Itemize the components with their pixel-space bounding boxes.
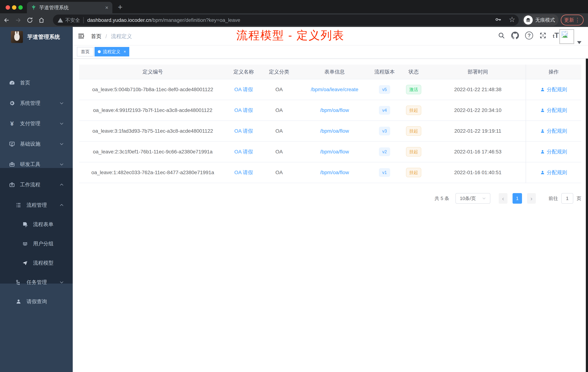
macos-zoom-button[interactable] (18, 5, 23, 10)
update-label: 更新 (564, 17, 574, 23)
sidebar-item-home[interactable]: 首页 (0, 73, 73, 93)
status-badge: 挂起 (406, 126, 421, 136)
font-size-icon[interactable]: tT (553, 31, 559, 40)
version-badge[interactable]: v3 (379, 127, 390, 135)
cell-id: oa_leave:5:004b710b-7b8a-11ec-8ef0-acde4… (79, 79, 226, 100)
pagination: 共 5 条 10条/页 ‹ 1 › 前往 1 页 (79, 193, 581, 204)
cell-deploy-time: 2022-01-22 19:19:11 (430, 121, 526, 142)
sidebar-item-label: 用户分组 (33, 240, 53, 247)
goto-page-input[interactable]: 1 (561, 193, 573, 204)
tag-process-definition[interactable]: 流程定义 × (94, 47, 129, 56)
tag-close-icon[interactable]: × (124, 49, 126, 54)
browser-update-button[interactable]: 更新 ⋮ (561, 15, 584, 25)
sidebar-toggle-icon[interactable] (77, 33, 85, 40)
sidebar-item-process-model[interactable]: 流程模型 (0, 253, 73, 273)
current-page-button[interactable]: 1 (513, 193, 522, 204)
assign-rule-button[interactable]: 分配规则 (540, 107, 567, 114)
macos-close-button[interactable] (6, 5, 10, 10)
cell-deploy-time: 2022-01-22 21:48:38 (430, 79, 526, 100)
search-icon[interactable] (498, 32, 505, 39)
avatar[interactable] (559, 29, 574, 44)
sidebar-item-label: 系统管理 (20, 100, 40, 107)
assign-rule-label: 分配规则 (547, 107, 567, 114)
macos-minimize-button[interactable] (12, 5, 16, 10)
breadcrumb: 首页 / 流程定义 (91, 33, 132, 40)
assign-rule-button[interactable]: 分配规则 (540, 169, 567, 176)
sidebar-item-label: 工作流程 (20, 181, 40, 188)
page-size-select[interactable]: 10条/页 (455, 193, 490, 204)
fullscreen-icon[interactable] (539, 32, 546, 39)
sidebar-item-label: 流程模型 (33, 260, 53, 266)
definition-name-link[interactable]: OA 请假 (234, 107, 253, 113)
version-badge[interactable]: v2 (379, 147, 390, 156)
sidebar-item-infrastructure[interactable]: 基础设施 (0, 134, 73, 154)
forward-icon[interactable] (15, 17, 22, 23)
pagination-total: 共 5 条 (435, 195, 449, 202)
tag-label: 流程定义 (103, 49, 120, 55)
table-row: oa_leave:4:991f2193-7b7f-11ec-a3c8-acde4… (79, 100, 581, 121)
browser-menu-icon[interactable]: ⋮ (575, 19, 580, 22)
form-link[interactable]: /bpm/oa/flow (320, 128, 349, 134)
next-page-button[interactable]: › (527, 193, 536, 204)
version-badge[interactable]: v4 (379, 106, 390, 115)
cell-deploy-time: 2022-01-22 20:34:10 (430, 100, 526, 121)
tag-home[interactable]: 首页 (77, 47, 94, 56)
form-link[interactable]: /bpm/oa/flow (320, 149, 349, 154)
active-dot-icon (98, 50, 101, 53)
reload-icon[interactable] (27, 17, 34, 23)
sidebar-item-devtools[interactable]: 研发工具 (0, 154, 73, 175)
cell-deploy-time: 2022-01-16 01:40:51 (430, 162, 526, 183)
sidebar-item-task-mgmt[interactable]: 任务管理 (0, 272, 73, 293)
version-badge[interactable]: v1 (379, 168, 390, 177)
form-link[interactable]: /bpm/oa/flow (320, 170, 349, 175)
assign-rule-button[interactable]: 分配规则 (540, 148, 567, 155)
definition-name-link[interactable]: OA 请假 (234, 170, 253, 175)
assign-rule-label: 分配规则 (547, 128, 567, 134)
sidebar-item-label: 任务管理 (27, 279, 47, 286)
paper-plane-icon (22, 260, 28, 266)
incognito-badge: 无痕模式 (522, 14, 558, 26)
table-row: oa_leave:2:3c1f0ef1-76b1-11ec-9c66-a2380… (79, 142, 581, 162)
definition-name-link[interactable]: OA 请假 (234, 87, 253, 92)
sidebar: 芋道管理系统 首页 系统管理 ¥ 支付管理 基础设施 研发工具 (0, 27, 73, 372)
tab-close-icon[interactable]: × (105, 5, 108, 11)
url-path: /bpm/manager/definition?key=oa_leave (151, 17, 240, 23)
sidebar-item-process-form[interactable]: 流程表单 (0, 214, 73, 235)
table-row: oa_leave:3:1fad3d93-7b75-11ec-a3c8-acde4… (79, 121, 581, 142)
sidebar-logo[interactable]: 芋道管理系统 (0, 29, 73, 45)
github-icon[interactable] (511, 32, 519, 39)
version-badge[interactable]: v5 (379, 85, 390, 94)
table-row: oa_leave:5:004b710b-7b8a-11ec-8ef0-acde4… (79, 79, 581, 100)
form-link[interactable]: /bpm/oa/flow (320, 107, 349, 113)
avatar-dropdown-caret-icon[interactable] (577, 41, 581, 44)
url-separator (83, 17, 84, 23)
definition-name-link[interactable]: OA 请假 (234, 128, 253, 134)
browser-tab[interactable]: 芋道管理系统 × (27, 2, 112, 13)
help-icon[interactable]: ? (525, 32, 533, 40)
sidebar-item-workflow[interactable]: 工作流程 (0, 175, 73, 195)
sidebar-item-leave-query[interactable]: 请假查询 (0, 291, 73, 312)
cell-category: OA (261, 162, 297, 183)
sidebar-item-process-mgmt[interactable]: 流程管理 (0, 195, 73, 215)
definition-name-link[interactable]: OA 请假 (234, 149, 253, 154)
bookmark-star-icon[interactable]: ☆ (509, 15, 515, 24)
new-tab-icon[interactable]: + (118, 2, 123, 12)
breadcrumb-home[interactable]: 首页 (91, 33, 101, 40)
gear-icon (9, 100, 15, 106)
prev-page-button[interactable]: ‹ (499, 193, 507, 204)
password-key-icon[interactable] (494, 16, 502, 23)
assign-rule-button[interactable]: 分配规则 (540, 86, 567, 93)
home-icon[interactable] (38, 17, 45, 23)
sidebar-item-system[interactable]: 系统管理 (0, 93, 73, 113)
sidebar-item-payment[interactable]: ¥ 支付管理 (0, 113, 73, 134)
sidebar-item-user-group[interactable]: 用户分组 (0, 233, 73, 254)
assign-rule-button[interactable]: 分配规则 (540, 128, 567, 134)
security-label[interactable]: 不安全 (65, 17, 80, 23)
sidebar-item-label: 基础设施 (20, 141, 40, 147)
assign-rule-label: 分配规则 (547, 86, 567, 93)
status-badge: 挂起 (406, 168, 421, 177)
form-link[interactable]: /bpm/oa/leave/create (311, 87, 358, 92)
col-header-name: 定义名称 (226, 65, 261, 79)
url-bar[interactable]: 不安全 dashboard.yudao.iocoder.cn/bpm/manag… (53, 15, 519, 26)
back-icon[interactable] (3, 17, 10, 23)
